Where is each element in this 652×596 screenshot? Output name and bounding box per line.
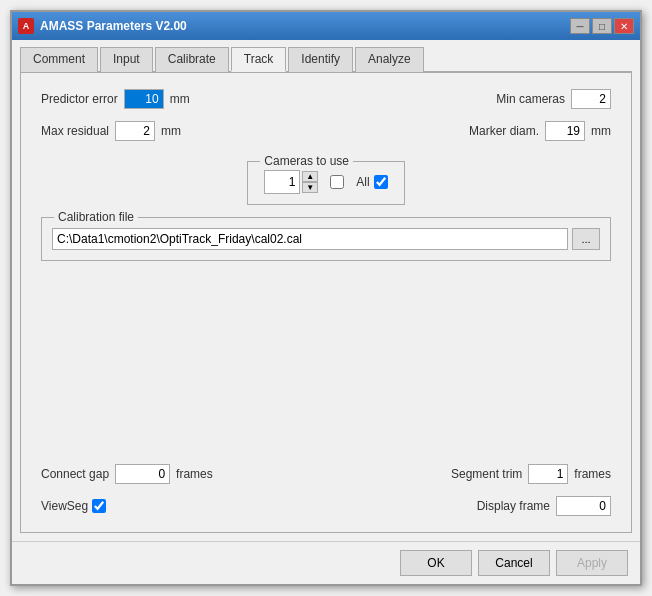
- calibration-legend: Calibration file: [54, 210, 138, 224]
- row-1: Predictor error mm Min cameras: [41, 89, 611, 109]
- max-residual-label: Max residual: [41, 124, 109, 138]
- connect-gap-input[interactable]: [115, 464, 170, 484]
- tab-input[interactable]: Input: [100, 47, 153, 72]
- display-frame-label: Display frame: [477, 499, 550, 513]
- viewseg-group: ViewSeg: [41, 499, 106, 513]
- viewseg-checkbox[interactable]: [92, 499, 106, 513]
- app-icon: A: [18, 18, 34, 34]
- connect-gap-unit: frames: [176, 467, 213, 481]
- title-bar: A AMASS Parameters V2.00 ─ □ ✕: [12, 12, 640, 40]
- marker-diam-label: Marker diam.: [469, 124, 539, 138]
- cameras-spinner: ▲ ▼: [264, 170, 318, 194]
- tab-calibrate[interactable]: Calibrate: [155, 47, 229, 72]
- segment-trim-label: Segment trim: [451, 467, 522, 481]
- tab-analyze[interactable]: Analyze: [355, 47, 424, 72]
- predictor-error-unit: mm: [170, 92, 190, 106]
- content-area: Comment Input Calibrate Track Identify A…: [12, 40, 640, 541]
- display-frame-group: Display frame: [477, 496, 611, 516]
- cameras-section: Cameras to use ▲ ▼ All: [41, 157, 611, 205]
- max-residual-input[interactable]: [115, 121, 155, 141]
- predictor-error-input[interactable]: [124, 89, 164, 109]
- segment-trim-unit: frames: [574, 467, 611, 481]
- all-checkbox[interactable]: [374, 175, 388, 189]
- cancel-button[interactable]: Cancel: [478, 550, 550, 576]
- spinner-down-button[interactable]: ▼: [302, 182, 318, 193]
- max-residual-group: Max residual mm: [41, 121, 181, 141]
- marker-diam-unit: mm: [591, 124, 611, 138]
- min-cameras-group: Min cameras: [496, 89, 611, 109]
- predictor-error-label: Predictor error: [41, 92, 118, 106]
- title-bar-buttons: ─ □ ✕: [570, 18, 634, 34]
- tab-track[interactable]: Track: [231, 47, 287, 72]
- connect-gap-group: Connect gap frames: [41, 464, 213, 484]
- tab-bar: Comment Input Calibrate Track Identify A…: [20, 46, 632, 73]
- calibration-row: ...: [52, 228, 600, 250]
- min-cameras-input[interactable]: [571, 89, 611, 109]
- row-2: Max residual mm Marker diam. mm: [41, 121, 611, 141]
- marker-diam-group: Marker diam. mm: [469, 121, 611, 141]
- display-frame-input[interactable]: [556, 496, 611, 516]
- cameras-to-use-box: Cameras to use ▲ ▼ All: [247, 161, 404, 205]
- title-bar-left: A AMASS Parameters V2.00: [18, 18, 187, 34]
- calibration-path-input[interactable]: [52, 228, 568, 250]
- cameras-legend: Cameras to use: [260, 154, 353, 168]
- cameras-spinner-input[interactable]: [264, 170, 300, 194]
- minimize-button[interactable]: ─: [570, 18, 590, 34]
- viewseg-label: ViewSeg: [41, 499, 88, 513]
- marker-diam-input[interactable]: [545, 121, 585, 141]
- window-title: AMASS Parameters V2.00: [40, 19, 187, 33]
- calibration-box: Calibration file ...: [41, 217, 611, 261]
- close-button[interactable]: ✕: [614, 18, 634, 34]
- tab-comment[interactable]: Comment: [20, 47, 98, 72]
- main-window: A AMASS Parameters V2.00 ─ □ ✕ Comment I…: [10, 10, 642, 586]
- min-cameras-label: Min cameras: [496, 92, 565, 106]
- apply-button[interactable]: Apply: [556, 550, 628, 576]
- segment-trim-group: Segment trim frames: [451, 464, 611, 484]
- all-checkbox-group: All: [356, 175, 387, 189]
- predictor-error-group: Predictor error mm: [41, 89, 190, 109]
- bottom-row-2: ViewSeg Display frame: [41, 496, 611, 516]
- ok-button[interactable]: OK: [400, 550, 472, 576]
- tab-identify[interactable]: Identify: [288, 47, 353, 72]
- tab-content-track: Predictor error mm Min cameras Max resid…: [20, 73, 632, 533]
- all-label: All: [356, 175, 369, 189]
- maximize-button[interactable]: □: [592, 18, 612, 34]
- spinner-buttons: ▲ ▼: [302, 171, 318, 193]
- bottom-row-1: Connect gap frames Segment trim frames: [41, 464, 611, 484]
- connect-gap-label: Connect gap: [41, 467, 109, 481]
- cameras-checkbox[interactable]: [330, 175, 344, 189]
- spinner-up-button[interactable]: ▲: [302, 171, 318, 182]
- browse-button[interactable]: ...: [572, 228, 600, 250]
- max-residual-unit: mm: [161, 124, 181, 138]
- button-bar: OK Cancel Apply: [12, 541, 640, 584]
- segment-trim-input[interactable]: [528, 464, 568, 484]
